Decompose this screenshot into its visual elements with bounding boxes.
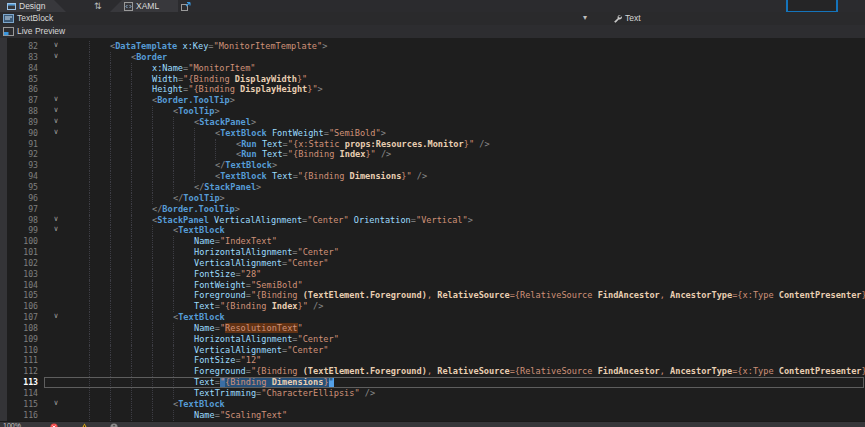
indent-guide xyxy=(173,160,174,171)
code-line-82[interactable]: 82∨<DataTemplate x:Key="MonitorItemTempl… xyxy=(0,41,865,52)
code-text: FontSize="12" xyxy=(194,355,261,366)
code-line-96[interactable]: 96</ToolTip> xyxy=(0,193,865,204)
code-line-112[interactable]: 112Foreground="{Binding (TextElement.For… xyxy=(0,366,865,377)
line-number: 88 xyxy=(0,106,38,117)
indent-guide xyxy=(152,182,153,193)
wrench-icon xyxy=(613,14,622,23)
indent-guide xyxy=(110,95,111,106)
fold-chevron-icon[interactable]: ∨ xyxy=(50,224,62,235)
indent-guide xyxy=(110,139,111,150)
indent-guide xyxy=(89,117,90,128)
code-line-92[interactable]: 92<Run Text="{Binding Index}" /> xyxy=(0,149,865,160)
code-line-108[interactable]: 108Name="ResolutionText" xyxy=(0,323,865,334)
code-line-113[interactable]: 113Text="{Binding Dimensions}" xyxy=(0,377,865,388)
indent-guide xyxy=(173,182,174,193)
fold-chevron-icon[interactable]: ∨ xyxy=(50,116,62,127)
fold-chevron-icon[interactable]: ∨ xyxy=(50,127,62,138)
code-line-106[interactable]: 106Text="{Binding Index}" /> xyxy=(0,301,865,312)
code-line-99[interactable]: 99∨<TextBlock xyxy=(0,225,865,236)
line-number: 106 xyxy=(0,301,38,312)
line-number: 111 xyxy=(0,355,38,366)
indent-guide xyxy=(152,377,153,388)
code-line-93[interactable]: 93</TextBlock> xyxy=(0,160,865,171)
indent-guide xyxy=(131,312,132,323)
line-number: 107 xyxy=(0,312,38,323)
code-line-101[interactable]: 101HorizontalAlignment="Center" xyxy=(0,247,865,258)
message-icon[interactable] xyxy=(110,423,118,427)
fold-chevron-icon[interactable]: ∨ xyxy=(50,105,62,116)
code-line-94[interactable]: 94<TextBlock Text="{Binding Dimensions}"… xyxy=(0,171,865,182)
indent-guide xyxy=(110,410,111,421)
indent-guide xyxy=(110,117,111,128)
code-line-110[interactable]: 110VerticalAlignment="Center" xyxy=(0,345,865,356)
code-line-86[interactable]: 86Height="{Binding DisplayHeight}"> xyxy=(0,84,865,95)
code-line-115[interactable]: 115∨<TextBlock xyxy=(0,399,865,410)
code-line-103[interactable]: 103FontSize="28" xyxy=(0,269,865,280)
fold-chevron-icon[interactable]: ∨ xyxy=(50,40,62,51)
indent-guide xyxy=(173,355,174,366)
indent-guide xyxy=(152,128,153,139)
indent-guide xyxy=(173,117,174,128)
indent-guide xyxy=(131,193,132,204)
code-line-111[interactable]: 111FontSize="12" xyxy=(0,355,865,366)
code-line-114[interactable]: 114TextTrimming="CharacterEllipsis" /> xyxy=(0,388,865,399)
indent-guide xyxy=(152,345,153,356)
indent-guide xyxy=(131,84,132,95)
code-line-102[interactable]: 102VerticalAlignment="Center" xyxy=(0,258,865,269)
code-line-105[interactable]: 105Foreground="{Binding (TextElement.For… xyxy=(0,290,865,301)
code-line-89[interactable]: 89∨<StackPanel> xyxy=(0,117,865,128)
popout-window-icon[interactable] xyxy=(181,2,191,11)
code-line-88[interactable]: 88∨<ToolTip> xyxy=(0,106,865,117)
code-line-98[interactable]: 98∨<StackPanel VerticalAlignment="Center… xyxy=(0,215,865,226)
line-number: 112 xyxy=(0,366,38,377)
warning-icon[interactable] xyxy=(80,423,89,427)
fold-chevron-icon[interactable]: ∨ xyxy=(50,398,62,409)
code-line-95[interactable]: 95</StackPanel> xyxy=(0,182,865,193)
code-line-83[interactable]: 83∨<Border xyxy=(0,52,865,63)
code-line-90[interactable]: 90∨<TextBlock FontWeight="SemiBold"> xyxy=(0,128,865,139)
line-number: 108 xyxy=(0,323,38,334)
code-line-116[interactable]: 116Name="ScalingText" xyxy=(0,410,865,421)
code-line-85[interactable]: 85Width="{Binding DisplayWidth}" xyxy=(0,74,865,85)
indent-guide xyxy=(152,171,153,182)
code-editor[interactable]: 82∨<DataTemplate x:Key="MonitorItemTempl… xyxy=(0,38,865,421)
line-number: 94 xyxy=(0,171,38,182)
code-line-84[interactable]: 84x:Name="MonitorItem" xyxy=(0,63,865,74)
tab-xaml-label[interactable]: XAML xyxy=(136,1,159,11)
code-line-87[interactable]: 87∨<Border.ToolTip> xyxy=(0,95,865,106)
code-line-100[interactable]: 100Name="IndexText" xyxy=(0,236,865,247)
tab-design-label[interactable]: Design xyxy=(19,1,45,11)
indent-guide xyxy=(110,345,111,356)
code-line-107[interactable]: 107∨<TextBlock xyxy=(0,312,865,323)
code-text: </Border.ToolTip> xyxy=(152,204,240,215)
fold-chevron-icon[interactable]: ∨ xyxy=(50,311,62,322)
fold-chevron-icon[interactable]: ∨ xyxy=(50,94,62,105)
error-icon[interactable] xyxy=(50,423,58,427)
line-number: 101 xyxy=(0,247,38,258)
indent-guide xyxy=(131,323,132,334)
zoom-level[interactable]: 100% xyxy=(3,422,21,427)
code-line-104[interactable]: 104FontWeight="SemiBold" xyxy=(0,280,865,291)
line-number: 116 xyxy=(0,410,38,421)
code-line-109[interactable]: 109HorizontalAlignment="Center" xyxy=(0,334,865,345)
fold-chevron-icon[interactable]: ∨ xyxy=(50,214,62,225)
indent-guide xyxy=(152,334,153,345)
fold-chevron-icon[interactable]: ∨ xyxy=(50,51,62,62)
line-number: 102 xyxy=(0,258,38,269)
line-number: 98 xyxy=(0,215,38,226)
indent-guide xyxy=(110,52,111,63)
indent-guide xyxy=(173,280,174,291)
indent-guide xyxy=(89,193,90,204)
breadcrumb-dropdown-icon[interactable]: ▾ xyxy=(583,12,587,24)
breadcrumb-property[interactable]: Text xyxy=(625,13,641,24)
code-text: <Run Text="{Binding Index}" /> xyxy=(236,149,391,160)
breadcrumb-element[interactable]: TextBlock xyxy=(17,13,53,24)
indent-guide xyxy=(173,366,174,377)
code-line-97[interactable]: 97</Border.ToolTip> xyxy=(0,204,865,215)
indent-guide xyxy=(110,225,111,236)
indent-guide xyxy=(131,171,132,182)
swap-panes-icon[interactable]: ⇅ xyxy=(94,0,102,12)
line-number: 92 xyxy=(0,149,38,160)
indent-guide xyxy=(131,160,132,171)
code-line-91[interactable]: 91<Run Text="{x:Static props:Resources.M… xyxy=(0,139,865,150)
